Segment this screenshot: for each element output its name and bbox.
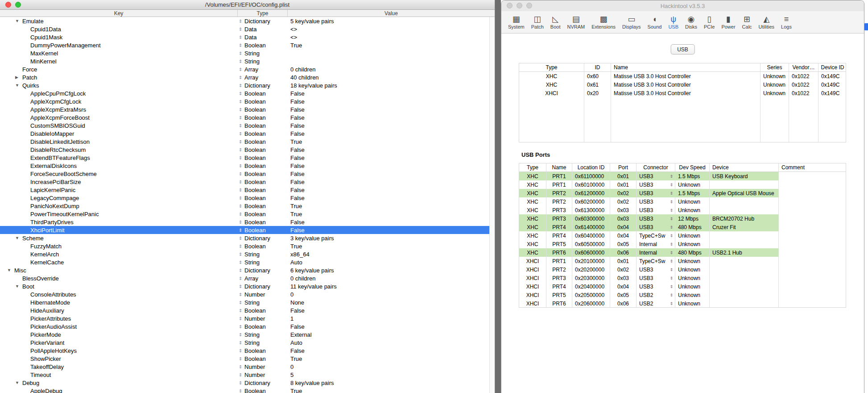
plist-type-cell[interactable]: ⇕Boolean xyxy=(238,146,288,153)
plist-value-cell[interactable]: 0 children xyxy=(288,66,489,73)
plist-type-cell[interactable]: ⇕Dictionary xyxy=(238,235,288,242)
usb-port-row[interactable]: XHCPRT50x605000000x05Internal⇕Unknown xyxy=(519,240,846,248)
plist-row-MaxKernel[interactable]: MaxKernel⇕String xyxy=(0,49,489,57)
plist-type-cell[interactable]: ⇕Dictionary xyxy=(238,82,288,89)
plist-value-cell[interactable]: 11 key/value pairs xyxy=(288,283,489,290)
toolbar-item-disks[interactable]: ◉Disks xyxy=(684,14,699,30)
plist-row-PickerMode[interactable]: PickerMode⇕StringExternal xyxy=(0,330,489,339)
connector-stepper-icon[interactable]: ⇕ xyxy=(670,259,673,263)
plist-type-cell[interactable]: ⇕Array xyxy=(238,66,288,73)
plist-value-cell[interactable]: False xyxy=(288,90,489,97)
plist-type-cell[interactable]: ⇕Boolean xyxy=(238,155,288,161)
port-connector-cell[interactable]: TypeC+Sw⇕ xyxy=(637,231,675,240)
plist-value-cell[interactable]: False xyxy=(288,323,489,330)
plist-type-cell[interactable]: ⇕Boolean xyxy=(238,347,288,354)
plist-type-cell[interactable]: ⇕Boolean xyxy=(238,98,288,105)
toolbar-item-sound[interactable]: ◖Sound xyxy=(646,14,663,30)
disclosure-triangle-icon[interactable]: ▼ xyxy=(15,19,22,23)
port-connector-cell[interactable]: Internal⇕ xyxy=(637,240,675,248)
zoom-button[interactable] xyxy=(15,2,21,8)
connector-stepper-icon[interactable]: ⇕ xyxy=(670,276,673,280)
controllers-column-header[interactable]: Series xyxy=(761,63,789,71)
controllers-column-header[interactable]: Device ID xyxy=(818,63,846,71)
zoom-button[interactable] xyxy=(526,3,532,8)
plist-value-cell[interactable]: False xyxy=(288,179,489,185)
plist-row-KernelCache[interactable]: KernelCache⇕StringAuto xyxy=(0,258,489,266)
disclosure-triangle-icon[interactable]: ▼ xyxy=(15,83,22,88)
plist-value-cell[interactable]: True xyxy=(288,243,489,250)
plist-row-KernelArch[interactable]: KernelArch⇕Stringx86_64 xyxy=(0,250,489,258)
plist-value-cell[interactable]: 3 key/value pairs xyxy=(288,235,489,242)
plist-type-cell[interactable]: ⇕Data xyxy=(238,26,288,33)
minimize-button[interactable] xyxy=(517,3,522,8)
plist-row-BlessOverride[interactable]: BlessOverride⇕Array0 children xyxy=(0,274,489,282)
plist-row-Timeout[interactable]: Timeout⇕Number5 xyxy=(0,371,489,379)
plist-row-XhciPortLimit[interactable]: XhciPortLimit⇕BooleanFalse xyxy=(0,226,489,234)
plist-row-PickerAttributes[interactable]: PickerAttributes⇕Number1 xyxy=(0,314,489,322)
toolbar-item-utilities[interactable]: ◭Utilities xyxy=(757,14,776,30)
close-button[interactable] xyxy=(507,3,513,8)
usb-port-row[interactable]: XHCPRT40x614000000x04USB3⇕480 MbpsCruzer… xyxy=(519,223,846,231)
plist-value-cell[interactable]: False xyxy=(288,114,489,121)
toolbar-item-displays[interactable]: ▭Displays xyxy=(621,14,642,30)
port-connector-cell[interactable]: USB3⇕ xyxy=(637,265,675,274)
plist-row-AppleCpuPmCfgLock[interactable]: AppleCpuPmCfgLock⇕BooleanFalse xyxy=(0,89,489,97)
plist-value-cell[interactable]: False xyxy=(288,347,489,354)
plist-value-cell[interactable]: True xyxy=(288,203,489,209)
disclosure-triangle-icon[interactable]: ▼ xyxy=(15,284,22,288)
port-connector-cell[interactable]: USB3⇕ xyxy=(637,282,675,291)
plist-type-cell[interactable]: ⇕String xyxy=(238,259,288,266)
plist-type-cell[interactable]: ⇕Boolean xyxy=(238,219,288,226)
controllers-column-header[interactable]: Name xyxy=(611,63,761,71)
ports-column-header[interactable]: Location ID xyxy=(572,163,610,171)
plist-value-cell[interactable]: False xyxy=(288,155,489,161)
connector-stepper-icon[interactable]: ⇕ xyxy=(670,268,673,272)
usb-port-row[interactable]: XHCPRT20x602000000x02USB3⇕Unknown xyxy=(519,197,846,206)
plist-type-cell[interactable]: ⇕Boolean xyxy=(238,114,288,121)
plist-value-cell[interactable]: Auto xyxy=(288,339,489,346)
connector-stepper-icon[interactable]: ⇕ xyxy=(670,242,673,247)
plist-row-PollAppleHotKeys[interactable]: PollAppleHotKeys⇕BooleanFalse xyxy=(0,347,489,355)
plist-type-cell[interactable]: ⇕String xyxy=(238,58,288,65)
plist-row-ThirdPartyDrives[interactable]: ThirdPartyDrives⇕BooleanFalse xyxy=(0,218,489,226)
column-header-value[interactable]: Value xyxy=(288,10,495,17)
plist-value-cell[interactable]: 40 children xyxy=(288,74,489,81)
toolbar-item-logs[interactable]: ≡Logs xyxy=(780,14,793,30)
plist-type-cell[interactable]: ⇕Boolean xyxy=(238,171,288,177)
plist-type-cell[interactable]: ⇕Boolean xyxy=(238,243,288,250)
plist-type-cell[interactable]: ⇕Array xyxy=(238,74,288,81)
disclosure-triangle-icon[interactable]: ▶ xyxy=(15,75,22,79)
plist-value-cell[interactable]: False xyxy=(288,106,489,113)
connector-stepper-icon[interactable]: ⇕ xyxy=(670,191,673,196)
plist-value-cell[interactable]: False xyxy=(288,227,489,234)
plist-type-cell[interactable]: ⇕Boolean xyxy=(238,203,288,209)
ports-column-header[interactable]: Port xyxy=(610,163,637,171)
plist-row-AppleDebug[interactable]: AppleDebug⇕BooleanTrue xyxy=(0,387,489,393)
toolbar-item-patch[interactable]: ◫Patch xyxy=(530,14,545,30)
plist-type-cell[interactable]: ⇕Boolean xyxy=(238,179,288,185)
plist-type-cell[interactable]: ⇕Boolean xyxy=(238,211,288,217)
plist-type-cell[interactable]: ⇕Boolean xyxy=(238,90,288,97)
usb-port-row[interactable]: XHCPRT60x606000000x06Internal⇕480 MbpsUS… xyxy=(519,248,846,257)
plist-value-cell[interactable]: False xyxy=(288,307,489,314)
plist-row-DisableIoMapper[interactable]: DisableIoMapper⇕BooleanFalse xyxy=(0,130,489,138)
hackintool-titlebar[interactable]: Hackintool v3.5.3 xyxy=(501,0,864,11)
toolbar-item-calc[interactable]: ⊞Calc xyxy=(741,14,753,30)
plist-row-Misc[interactable]: ▼Misc⇕Dictionary6 key/value pairs xyxy=(0,266,489,274)
plist-row-LegacyCommpage[interactable]: LegacyCommpage⇕BooleanFalse xyxy=(0,194,489,202)
toolbar-item-usb[interactable]: ψUSB xyxy=(667,14,680,30)
port-connector-cell[interactable]: USB3⇕ xyxy=(637,274,675,282)
port-connector-cell[interactable]: USB3⇕ xyxy=(637,214,675,223)
port-connector-cell[interactable]: USB2⇕ xyxy=(637,299,675,308)
plist-value-cell[interactable]: External xyxy=(288,331,489,338)
connector-stepper-icon[interactable]: ⇕ xyxy=(670,284,673,289)
plist-value-cell[interactable]: False xyxy=(288,130,489,137)
plist-row-Debug[interactable]: ▼Debug⇕Dictionary8 key/value pairs xyxy=(0,379,489,387)
connector-stepper-icon[interactable]: ⇕ xyxy=(670,225,673,230)
usb-port-row[interactable]: XHCIPRT40x204000000x04USB3⇕Unknown xyxy=(519,282,846,291)
port-connector-cell[interactable]: TypeC+Sw⇕ xyxy=(637,257,675,265)
plist-row-ShowPicker[interactable]: ShowPicker⇕BooleanTrue xyxy=(0,355,489,363)
plist-type-cell[interactable]: ⇕Boolean xyxy=(238,195,288,201)
port-connector-cell[interactable]: USB2⇕ xyxy=(637,291,675,299)
plist-row-ExternalDiskIcons[interactable]: ExternalDiskIcons⇕BooleanFalse xyxy=(0,162,489,170)
